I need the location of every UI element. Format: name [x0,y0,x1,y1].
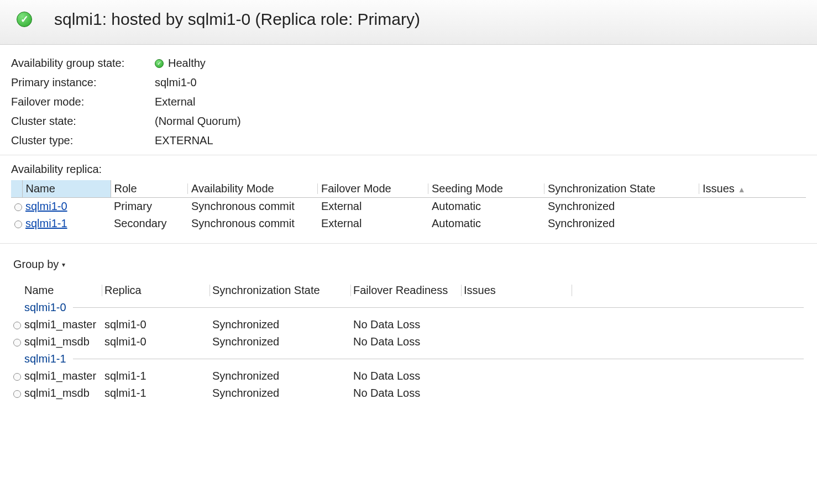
col-role[interactable]: Role [111,180,188,198]
col-availability-mode[interactable]: Availability Mode [188,180,318,198]
page-header: sqlmi1: hosted by sqlmi1-0 (Replica role… [0,0,817,45]
cell-issues [462,368,572,385]
value-cluster-type: EXTERNAL [155,134,213,147]
cell-db-name: sqlmi1_master [22,368,102,385]
cell-seeding-mode: Automatic [428,198,544,216]
table-row[interactable]: sqlmi1_msdbsqlmi1-1SynchronizedNo Data L… [11,385,806,402]
cell-replica: sqlmi1-1 [102,368,210,385]
replica-name-link[interactable]: sqlmi1-1 [25,217,67,229]
col-issues[interactable]: Issues▲ [699,180,806,198]
col-rowselect[interactable] [11,180,22,198]
label-cluster-state: Cluster state: [11,115,155,128]
dbcol-rowselect[interactable] [11,282,22,299]
cell-role: Primary [111,198,188,216]
label-cluster-type: Cluster type: [11,134,155,147]
cell-issues [462,333,572,350]
table-row[interactable]: sqlmi1-1SecondarySynchronous commitExter… [11,215,806,232]
table-row[interactable]: sqlmi1_mastersqlmi1-1SynchronizedNo Data… [11,368,806,385]
dbstatus-header-row: Name Replica Synchronization State Failo… [11,282,806,299]
sort-asc-icon: ▲ [738,185,746,194]
group-header-row[interactable]: sqlmi1-0 [11,299,806,316]
cell-sync-state: Synchronized [210,385,351,402]
row-status-icon [11,368,22,385]
cell-issues [462,385,572,402]
replica-name-link[interactable]: sqlmi1-0 [25,200,67,212]
table-row[interactable]: sqlmi1_mastersqlmi1-0SynchronizedNo Data… [11,316,806,333]
row-status-icon [11,198,22,216]
group-name-label: sqlmi1-1 [24,353,66,365]
row-status-icon [11,333,22,350]
label-primary-instance: Primary instance: [11,76,155,89]
cell-replica: sqlmi1-1 [102,385,210,402]
kv-cluster-type: Cluster type: EXTERNAL [11,131,806,150]
cell-db-name: sqlmi1_msdb [22,385,102,402]
cell-availability-mode: Synchronous commit [188,198,318,216]
dbcol-replica[interactable]: Replica [102,282,210,299]
dbcol-failover-readiness[interactable]: Failover Readiness [351,282,462,299]
cell-role: Secondary [111,215,188,232]
cell-sync-state: Synchronized [544,215,699,232]
cell-availability-mode: Synchronous commit [188,215,318,232]
row-status-icon [11,316,22,333]
group-by-button[interactable]: Group by ▾ [11,257,67,272]
cell-failover-readiness: No Data Loss [351,368,462,385]
cell-db-name: sqlmi1_master [22,316,102,333]
kv-primary-instance: Primary instance: sqlmi1-0 [11,73,806,92]
cell-failover-readiness: No Data Loss [351,316,462,333]
value-ag-state: Healthy [168,57,206,70]
row-status-icon [11,385,22,402]
table-row[interactable]: sqlmi1-0PrimarySynchronous commitExterna… [11,198,806,216]
cell-replica: sqlmi1-0 [102,333,210,350]
summary-section: Availability group state: Healthy Primar… [0,45,817,155]
page-title: sqlmi1: hosted by sqlmi1-0 (Replica role… [54,10,420,29]
replica-header-row: Name Role Availability Mode Failover Mod… [11,180,806,198]
cell-issues [462,316,572,333]
dbcol-issues[interactable]: Issues [462,282,572,299]
kv-ag-state: Availability group state: Healthy [11,54,806,73]
caret-down-icon: ▾ [62,261,65,269]
col-name[interactable]: Name [22,180,111,198]
cell-sync-state: Synchronized [210,368,351,385]
col-seeding-mode[interactable]: Seeding Mode [428,180,544,198]
replica-table: Name Role Availability Mode Failover Mod… [11,180,806,232]
cell-replica: sqlmi1-0 [102,316,210,333]
value-cluster-state: (Normal Quorum) [155,115,241,128]
cell-sync-state: Synchronized [210,316,351,333]
healthy-dot-icon [155,59,164,68]
healthy-status-icon [17,12,32,27]
replica-section: Availability replica: Name Role Availabi… [0,155,817,244]
group-name-label: sqlmi1-0 [24,301,66,314]
group-header-row[interactable]: sqlmi1-1 [11,350,806,368]
dbstatus-section: Group by ▾ Name Replica Synchronization … [0,244,817,413]
cell-failover-mode: External [318,198,428,216]
value-primary-instance: sqlmi1-0 [155,76,197,89]
label-ag-state: Availability group state: [11,57,155,70]
cell-seeding-mode: Automatic [428,215,544,232]
dbcol-name[interactable]: Name [22,282,102,299]
col-sync-state[interactable]: Synchronization State [544,180,699,198]
table-row[interactable]: sqlmi1_msdbsqlmi1-0SynchronizedNo Data L… [11,333,806,350]
row-status-icon [11,215,22,232]
value-failover-mode: External [155,96,195,108]
cell-failover-mode: External [318,215,428,232]
cell-sync-state: Synchronized [544,198,699,216]
cell-sync-state: Synchronized [210,333,351,350]
col-failover-mode[interactable]: Failover Mode [318,180,428,198]
dbstatus-table: Name Replica Synchronization State Failo… [11,282,806,402]
kv-failover-mode: Failover mode: External [11,92,806,112]
dbcol-spacer [572,282,806,299]
cell-issues [699,215,806,232]
cell-failover-readiness: No Data Loss [351,385,462,402]
cell-issues [699,198,806,216]
dbcol-sync-state[interactable]: Synchronization State [210,282,351,299]
replica-section-label: Availability replica: [11,163,806,176]
kv-cluster-state: Cluster state: (Normal Quorum) [11,112,806,131]
group-by-label: Group by [13,258,59,271]
cell-failover-readiness: No Data Loss [351,333,462,350]
label-failover-mode: Failover mode: [11,96,155,108]
cell-db-name: sqlmi1_msdb [22,333,102,350]
